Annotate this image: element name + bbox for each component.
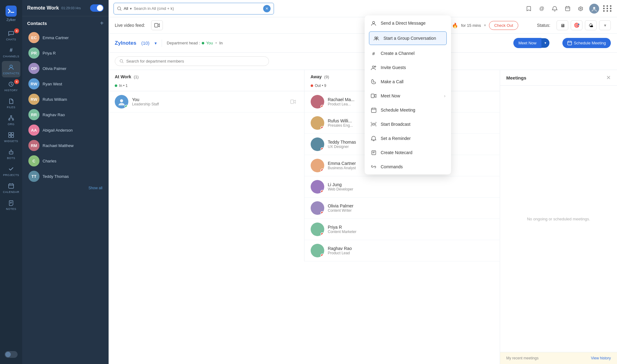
sidebar-item-projects[interactable]: PROJECTS: [2, 163, 20, 179]
contact-avatar: AA: [28, 125, 39, 136]
contact-avatar: RR: [28, 109, 39, 120]
notification-icon[interactable]: [550, 4, 559, 13]
member-item[interactable]: Raghav Rao Product Lead: [304, 240, 500, 261]
dept-count: (10): [141, 40, 150, 46]
status-monitor-button[interactable]: 🖥: [557, 20, 568, 30]
live-feed-label: Live video feed:: [115, 23, 145, 28]
search-members-container[interactable]: [115, 56, 269, 66]
dept-name[interactable]: Zylnotes: [115, 40, 136, 46]
checkout-button[interactable]: Check Out: [489, 21, 518, 30]
contact-item[interactable]: RM Rachael Matthew: [27, 138, 104, 153]
contact-item[interactable]: PR Priya R: [27, 45, 104, 61]
search-container[interactable]: All ▾ ✕: [114, 3, 274, 14]
dropdown-item-create-channel[interactable]: # Create a Channel: [365, 46, 451, 60]
logo-icon: [6, 6, 17, 17]
sidebar-item-files[interactable]: FILES: [2, 95, 20, 111]
dropdown-item-group-conversation[interactable]: Start a Group Conversation: [369, 31, 447, 45]
dropdown-item-meet-now[interactable]: Meet Now ›: [365, 89, 451, 103]
add-contact-button[interactable]: +: [100, 20, 104, 26]
at-work-header: At Work (1): [109, 70, 304, 82]
create-channel-icon: #: [370, 50, 377, 57]
member-avatar: [311, 244, 324, 257]
member-avatar: [311, 180, 324, 194]
member-name: Olivia Palmer: [328, 203, 494, 208]
contact-item[interactable]: OP Olivia Palmer: [27, 61, 104, 76]
member-item[interactable]: You Leadership Staff: [109, 91, 304, 112]
video-feed-button[interactable]: [151, 20, 163, 30]
member-item[interactable]: Priya R Content Marketer: [304, 219, 500, 240]
meet-now-button[interactable]: Meet Now: [513, 38, 541, 48]
search-dropdown-arrow[interactable]: ▾: [130, 6, 132, 11]
meet-now-dropdown-button[interactable]: ▾: [541, 38, 549, 48]
status-extra-button[interactable]: 🌤: [585, 20, 597, 30]
svg-rect-5: [9, 133, 11, 135]
app-logo[interactable]: Zylker: [3, 3, 19, 24]
sidebar-item-notes[interactable]: NOTES: [2, 197, 20, 213]
member-role: Product Lead: [328, 251, 494, 255]
member-item[interactable]: Li Jung Web Developer: [304, 176, 500, 198]
dept-dropdown-arrow[interactable]: ▾: [155, 41, 157, 46]
sidebar-item-org[interactable]: ORG: [2, 112, 20, 128]
sidebar-item-history[interactable]: 4 HISTORY: [2, 78, 20, 94]
contact-item[interactable]: RW Ryan West: [27, 76, 104, 92]
meetings-close-button[interactable]: ✕: [606, 74, 611, 81]
dropdown-item-set-reminder[interactable]: Set a Reminder: [365, 131, 451, 145]
search-close-button[interactable]: ✕: [263, 5, 271, 12]
contact-item[interactable]: EC Emma Cartner: [27, 30, 104, 45]
contact-item[interactable]: AA Abigail Anderson: [27, 122, 104, 138]
svg-point-12: [11, 150, 11, 150]
sidebar-item-calendar[interactable]: CALENDAR: [2, 180, 20, 196]
contact-name: Raghav Rao: [43, 112, 65, 117]
dropdown-item-make-call[interactable]: Make a Call: [365, 75, 451, 89]
status-target-button[interactable]: 🎯: [571, 20, 582, 30]
bookmark-icon[interactable]: [524, 4, 533, 13]
contact-name: Charles: [43, 159, 56, 163]
user-avatar-top[interactable]: [589, 4, 599, 14]
dark-mode-toggle[interactable]: [5, 351, 18, 358]
mention-icon[interactable]: @: [537, 4, 546, 13]
contact-item[interactable]: RR Raghav Rao: [27, 107, 104, 122]
dropdown-item-start-broadcast[interactable]: Start Broadcast: [365, 117, 451, 131]
org-label: ORG: [8, 123, 14, 126]
actions-row: [109, 53, 617, 70]
notes-label: NOTES: [6, 207, 16, 211]
avatar-status: [321, 169, 324, 172]
search-members-input[interactable]: [126, 59, 264, 63]
settings-icon[interactable]: [576, 4, 585, 13]
sidebar-item-chats[interactable]: 4 CHATS: [2, 27, 20, 43]
status-more-button[interactable]: ▾: [599, 20, 611, 30]
workspace-info: Remote Work 01:29:03 Hrs: [27, 5, 81, 11]
at-work-column: At Work (1) In • 1: [109, 70, 304, 261]
svg-rect-26: [371, 94, 374, 98]
avatar-status: [321, 126, 324, 129]
checkin-dropdown-arrow[interactable]: ▾: [484, 23, 486, 27]
dropdown-item-create-notecard[interactable]: Create Notecard: [365, 145, 451, 160]
member-role: Web Developer: [328, 187, 494, 191]
contact-item[interactable]: C Charles: [27, 153, 104, 169]
view-history-link[interactable]: View history: [591, 356, 611, 360]
dropdown-item-direct-message[interactable]: Send a Direct Message: [365, 15, 451, 30]
sidebar-item-bots[interactable]: BOTS: [2, 146, 20, 162]
dropdown-item-invite-guests[interactable]: Invite Guests: [365, 60, 451, 75]
member-video-action[interactable]: [288, 97, 298, 107]
sidebar-item-contacts[interactable]: CONTACTS: [2, 61, 20, 77]
history-badge: 4: [14, 79, 19, 84]
dropdown-item-schedule-meeting[interactable]: Schedule Meeting: [365, 103, 451, 117]
contact-avatar: RW: [28, 94, 39, 105]
dropdown-item-commands[interactable]: Commands: [365, 160, 451, 174]
workspace-toggle[interactable]: [90, 4, 104, 12]
contacts-label: CONTACTS: [3, 72, 19, 75]
show-all-link[interactable]: Show all: [27, 184, 104, 192]
sidebar-item-widgets[interactable]: WIDGETS: [2, 129, 20, 145]
contact-item[interactable]: TT Teddy Thomas: [27, 169, 104, 184]
calendar-top-icon[interactable]: [563, 4, 572, 13]
schedule-meeting-button[interactable]: Schedule Meeting: [562, 38, 611, 48]
contact-item[interactable]: RW Rufus William: [27, 92, 104, 107]
contact-name: Ryan West: [43, 82, 62, 86]
member-item[interactable]: Olivia Palmer Content Writer: [304, 198, 500, 219]
member-avatar: [115, 95, 128, 108]
apps-grid-icon[interactable]: [603, 4, 612, 13]
sidebar-item-channels[interactable]: # CHANNELS: [2, 44, 20, 60]
dropdown-menu: Send a Direct Message Start a Group Conv…: [365, 15, 451, 174]
search-input[interactable]: [134, 6, 261, 11]
